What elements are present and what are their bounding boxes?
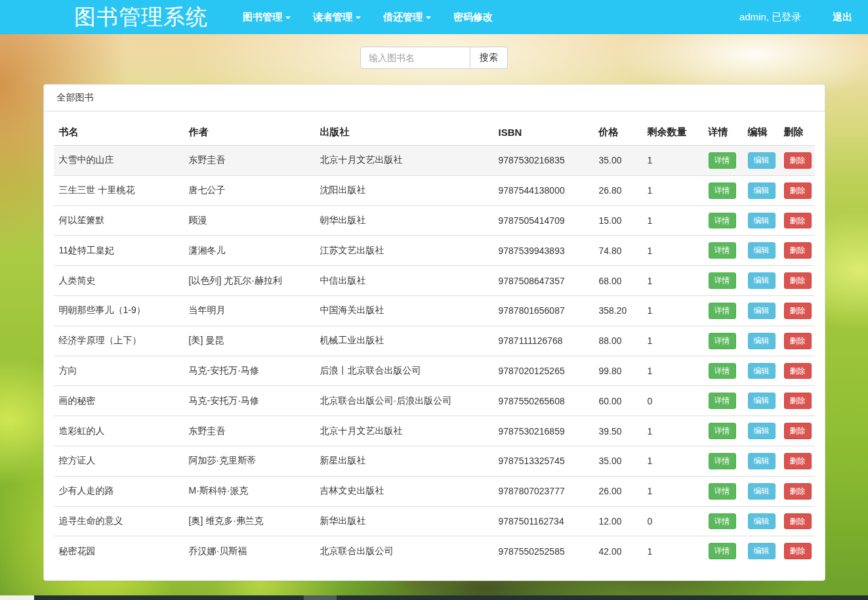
detail-button[interactable]: 详情 xyxy=(709,182,736,199)
delete-button[interactable]: 删除 xyxy=(784,483,812,500)
edit-button[interactable]: 编辑 xyxy=(748,213,775,229)
edit-button[interactable]: 编辑 xyxy=(748,303,775,319)
delete-button[interactable]: 删除 xyxy=(784,303,812,319)
nav-item-borrow[interactable]: 借还管理 xyxy=(372,0,442,34)
edit-cell: 编辑 xyxy=(743,446,779,476)
delete-button[interactable]: 删除 xyxy=(784,363,812,379)
isbn-cell: 9787550265608 xyxy=(493,386,594,416)
author-cell: 马克-安托万·马修 xyxy=(184,386,315,416)
search-input[interactable] xyxy=(360,47,470,69)
detail-button[interactable]: 详情 xyxy=(709,303,736,319)
publisher-cell: 北京十月文艺出版社 xyxy=(315,416,493,446)
detail-button[interactable]: 详情 xyxy=(709,453,736,469)
nav-link-books[interactable]: 图书管理 xyxy=(232,0,302,34)
price-cell: 358.20 xyxy=(594,295,642,326)
edit-button[interactable]: 编辑 xyxy=(748,423,775,439)
price-cell: 88.00 xyxy=(594,326,642,356)
table-row: 画的秘密马克-安托万·马修北京联合出版公司·后浪出版公司978755026560… xyxy=(54,386,815,416)
detail-button[interactable]: 详情 xyxy=(709,152,736,169)
publisher-cell: 中信出版社 xyxy=(315,266,493,296)
detail-cell: 详情 xyxy=(703,175,743,205)
detail-button[interactable]: 详情 xyxy=(709,423,736,439)
nav-link-borrow[interactable]: 借还管理 xyxy=(372,0,442,34)
delete-cell: 删除 xyxy=(779,506,815,536)
detail-cell: 详情 xyxy=(703,266,743,296)
edit-button[interactable]: 编辑 xyxy=(748,543,775,559)
delete-button[interactable]: 删除 xyxy=(784,182,812,199)
edit-cell: 编辑 xyxy=(743,476,779,506)
search-row: 搜索 xyxy=(0,47,868,69)
publisher-cell: 机械工业出版社 xyxy=(315,326,493,356)
book-title-cell: 三生三世 十里桃花 xyxy=(54,175,184,205)
remaining-cell: 1 xyxy=(642,175,703,205)
price-cell: 68.00 xyxy=(594,266,642,296)
author-cell: 乔汉娜·贝斯福 xyxy=(184,536,315,566)
isbn-cell: 9787544138000 xyxy=(493,175,594,205)
delete-button[interactable]: 删除 xyxy=(784,333,812,349)
delete-button[interactable]: 删除 xyxy=(784,242,812,259)
publisher-cell: 北京联合出版公司 xyxy=(315,536,493,566)
author-cell: [美] 曼昆 xyxy=(184,326,315,356)
delete-cell: 删除 xyxy=(779,295,815,326)
nav-item-readers[interactable]: 读者管理 xyxy=(302,0,372,34)
nav-item-password[interactable]: 密码修改 xyxy=(442,0,504,34)
remaining-cell: 1 xyxy=(642,146,703,176)
delete-button[interactable]: 删除 xyxy=(784,513,812,530)
edit-button[interactable]: 编辑 xyxy=(748,272,775,289)
edit-button[interactable]: 编辑 xyxy=(748,393,775,409)
delete-button[interactable]: 删除 xyxy=(784,152,812,169)
table-row: 三生三世 十里桃花唐七公子沈阳出版社978754413800026.801详情编… xyxy=(54,175,815,205)
top-navbar: 图书管理系统 图书管理读者管理借还管理密码修改 admin, 已登录 退出 xyxy=(0,0,868,34)
table-head: 书名作者出版社ISBN价格剩余数量详情编辑删除 xyxy=(54,119,815,146)
edit-button[interactable]: 编辑 xyxy=(748,182,775,199)
edit-button[interactable]: 编辑 xyxy=(748,453,775,469)
delete-button[interactable]: 删除 xyxy=(784,272,812,289)
detail-button[interactable]: 详情 xyxy=(709,272,736,289)
delete-button[interactable]: 删除 xyxy=(784,423,812,439)
edit-button[interactable]: 编辑 xyxy=(748,242,775,259)
book-title-cell: 经济学原理（上下） xyxy=(54,326,184,356)
remaining-cell: 1 xyxy=(642,476,703,506)
detail-button[interactable]: 详情 xyxy=(709,483,736,500)
detail-button[interactable]: 详情 xyxy=(709,363,736,379)
column-header-7: 编辑 xyxy=(743,119,779,146)
nav-item-books[interactable]: 图书管理 xyxy=(232,0,302,34)
search-button[interactable]: 搜索 xyxy=(470,47,508,69)
edit-button[interactable]: 编辑 xyxy=(748,333,775,349)
delete-button[interactable]: 删除 xyxy=(784,213,812,229)
navbar-right: admin, 已登录 退出 xyxy=(739,11,868,24)
detail-cell: 详情 xyxy=(703,295,743,326)
publisher-cell: 北京十月文艺出版社 xyxy=(315,146,493,176)
table-row: 少有人走的路M·斯科特·派克吉林文史出版社978780702377726.001… xyxy=(54,476,815,506)
isbn-cell: 9787807023777 xyxy=(493,476,594,506)
author-cell: [奥] 维克多·弗兰克 xyxy=(184,506,315,536)
detail-button[interactable]: 详情 xyxy=(709,333,736,349)
book-title-cell: 追寻生命的意义 xyxy=(54,506,184,536)
delete-button[interactable]: 删除 xyxy=(784,543,812,559)
table-row: 追寻生命的意义[奥] 维克多·弗兰克新华出版社978750116273412.0… xyxy=(54,506,815,536)
edit-button[interactable]: 编辑 xyxy=(748,483,775,500)
edit-cell: 编辑 xyxy=(743,175,779,205)
detail-button[interactable]: 详情 xyxy=(709,213,736,229)
book-title-cell: 控方证人 xyxy=(54,446,184,476)
detail-cell: 详情 xyxy=(703,356,743,386)
logout-link[interactable]: 退出 xyxy=(833,11,852,24)
detail-button[interactable]: 详情 xyxy=(709,242,736,259)
delete-button[interactable]: 删除 xyxy=(784,453,812,469)
detail-button[interactable]: 详情 xyxy=(709,393,736,409)
detail-button[interactable]: 详情 xyxy=(709,513,736,530)
table-body: 大雪中的山庄东野圭吾北京十月文艺出版社978753021683535.001详情… xyxy=(54,146,815,567)
edit-cell: 编辑 xyxy=(743,295,779,326)
delete-button[interactable]: 删除 xyxy=(784,393,812,409)
edit-button[interactable]: 编辑 xyxy=(748,513,775,530)
edit-button[interactable]: 编辑 xyxy=(748,363,775,379)
nav-link-readers[interactable]: 读者管理 xyxy=(302,0,372,34)
column-header-3: ISBN xyxy=(493,119,594,146)
edit-button[interactable]: 编辑 xyxy=(748,152,775,169)
user-status: admin, 已登录 xyxy=(739,11,801,24)
edit-cell: 编辑 xyxy=(743,416,779,446)
detail-button[interactable]: 详情 xyxy=(709,543,736,559)
isbn-cell: 9787550252585 xyxy=(493,536,594,566)
nav-link-password[interactable]: 密码修改 xyxy=(442,0,504,34)
table-row: 方向马克-安托万·马修后浪丨北京联合出版公司978702012526599.80… xyxy=(54,356,815,386)
